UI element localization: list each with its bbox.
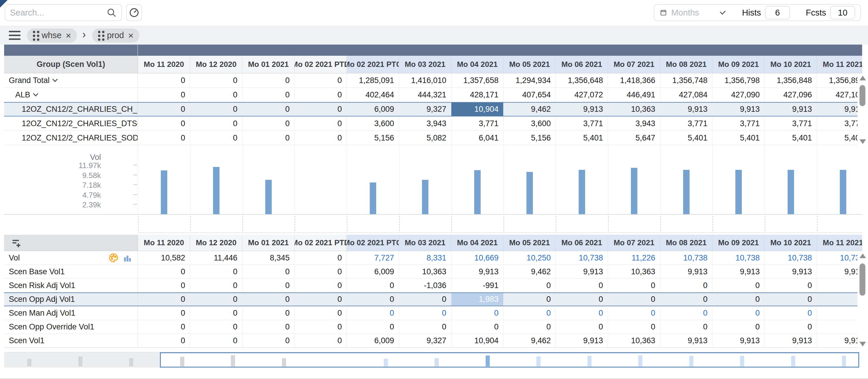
value-cell[interactable]: 9,913 [817,103,862,116]
value-cell[interactable]: 7,727 [347,251,399,264]
tab-prod[interactable]: prod × [92,28,140,42]
month-header[interactable]: Mo 03 2021 [399,56,451,73]
value-cell[interactable]: 10,669 [451,251,503,264]
value-cell[interactable]: 6,009 [347,265,399,278]
value-cell[interactable]: 0 [608,320,660,334]
month-header[interactable]: Mo 07 2021 [608,235,660,251]
value-cell[interactable]: 0 [190,88,242,102]
value-cell[interactable]: 9,913 [556,103,608,116]
value-cell[interactable]: 1,983 [451,293,503,306]
value-cell[interactable]: 1,356,748 [660,73,712,87]
group-column-header[interactable]: Group (Scen Vol1) [4,56,138,73]
value-cell[interactable]: 1,416,010 [399,73,451,87]
month-header[interactable]: Mo 12 2020 [190,56,242,73]
value-cell[interactable]: 0 [399,306,451,320]
value-cell[interactable]: 427,072 [556,88,608,102]
value-cell[interactable]: 0 [556,306,608,320]
value-cell[interactable]: 0 [399,320,451,334]
value-cell[interactable]: 10,738 [660,251,712,264]
row-label[interactable]: Scen Opp Override Vol1 [4,320,138,334]
month-header[interactable]: Mo 12 2020 [190,235,242,251]
month-header[interactable]: Mo 04 2021 [451,235,503,251]
value-cell[interactable]: 9,913 [765,103,817,116]
value-cell[interactable]: -1,036 [399,279,451,292]
value-cell[interactable]: 0 [765,279,817,292]
bar-chart-icon[interactable] [122,253,132,263]
scroll-up-icon[interactable] [860,76,866,81]
value-cell[interactable]: 428,171 [451,88,503,102]
menu-icon[interactable] [9,31,21,40]
value-cell[interactable]: 1,294,934 [503,73,556,87]
value-cell[interactable]: 10,250 [503,251,556,264]
value-cell[interactable]: 402,464 [347,88,399,102]
value-cell[interactable]: 0 [138,73,190,87]
value-cell[interactable]: 3,771 [660,117,712,130]
value-cell[interactable]: 444,321 [399,88,451,102]
upper-scrollbar[interactable] [858,74,868,145]
value-cell[interactable]: 6,009 [347,103,399,116]
close-icon[interactable]: × [128,31,133,40]
row-label[interactable]: Scen Risk Adj Vol1 [4,279,138,292]
lower-scrollbar[interactable] [858,252,868,348]
month-header[interactable]: Mo 11 2021 [817,56,862,73]
value-cell[interactable]: 0 [294,131,347,145]
value-cell[interactable]: 0 [138,334,190,347]
value-cell[interactable]: 0 [190,279,242,292]
scroll-down-icon[interactable] [860,342,866,346]
month-header[interactable]: Mo 09 2021 [712,56,765,73]
value-cell[interactable]: 0 [242,334,294,347]
value-cell[interactable]: 5,647 [608,131,660,145]
value-cell[interactable]: 0 [294,73,347,87]
value-cell[interactable]: 9,913 [660,334,712,347]
value-cell[interactable]: 6,041 [451,131,503,145]
value-cell[interactable]: 0 [242,117,294,130]
month-header[interactable]: Mo 04 2021 [451,56,503,73]
month-header[interactable]: Mo 03 2021 [399,235,451,251]
value-cell[interactable]: 5,082 [399,131,451,145]
value-cell[interactable]: 10,738 [817,251,862,264]
value-cell[interactable]: 0 [242,73,294,87]
value-cell[interactable]: 0 [712,293,765,306]
month-header[interactable]: Mo 05 2021 [503,235,556,251]
value-cell[interactable]: 0 [294,103,347,116]
value-cell[interactable]: 3,771 [765,117,817,130]
value-cell[interactable]: 10,738 [712,251,765,264]
value-cell[interactable]: 0 [138,117,190,130]
value-cell[interactable]: 0 [503,279,556,292]
value-cell[interactable]: 9,913 [817,265,862,278]
value-cell[interactable]: 10,363 [608,265,660,278]
month-header[interactable]: Mo 06 2021 [556,235,608,251]
row-label[interactable]: Scen Man Adj Vol1 [4,306,138,320]
value-cell[interactable]: 0 [503,293,556,306]
scrollbar-thumb[interactable] [860,85,865,106]
value-cell[interactable]: 0 [242,306,294,320]
value-cell[interactable]: 5,401 [556,131,608,145]
value-cell[interactable]: 6,009 [347,334,399,347]
value-cell[interactable]: 11,446 [190,251,242,264]
value-cell[interactable]: 0 [242,265,294,278]
value-cell[interactable]: 427,096 [765,88,817,102]
value-cell[interactable]: 446,491 [608,88,660,102]
value-cell[interactable]: 9,913 [660,103,712,116]
month-header[interactable]: Mo 06 2021 [556,56,608,73]
value-cell[interactable]: 0 [242,88,294,102]
value-cell[interactable]: 0 [242,103,294,116]
value-cell[interactable]: 8,331 [399,251,451,264]
value-cell[interactable]: 0 [294,306,347,320]
month-header[interactable]: Mo 11 2020 [138,56,190,73]
value-cell[interactable]: 0 [138,131,190,145]
row-label[interactable]: 12OZ_CN12/2_CHARLIES_SODA [4,131,138,145]
value-cell[interactable]: 0 [712,306,765,320]
value-cell[interactable]: 3,771 [451,117,503,130]
row-label[interactable]: Vol [4,251,138,264]
value-cell[interactable]: 0 [399,293,451,306]
value-cell[interactable]: 8,345 [242,251,294,264]
value-cell[interactable]: 0 [242,131,294,145]
value-cell[interactable]: 0 [765,306,817,320]
month-header[interactable]: Mo 07 2021 [608,56,660,73]
value-cell[interactable]: 0 [608,279,660,292]
hists-input[interactable]: 6 [765,6,790,19]
value-cell[interactable]: 427,102 [817,88,862,102]
value-cell[interactable]: 0 [190,320,242,334]
add-measure-icon[interactable] [10,237,22,249]
